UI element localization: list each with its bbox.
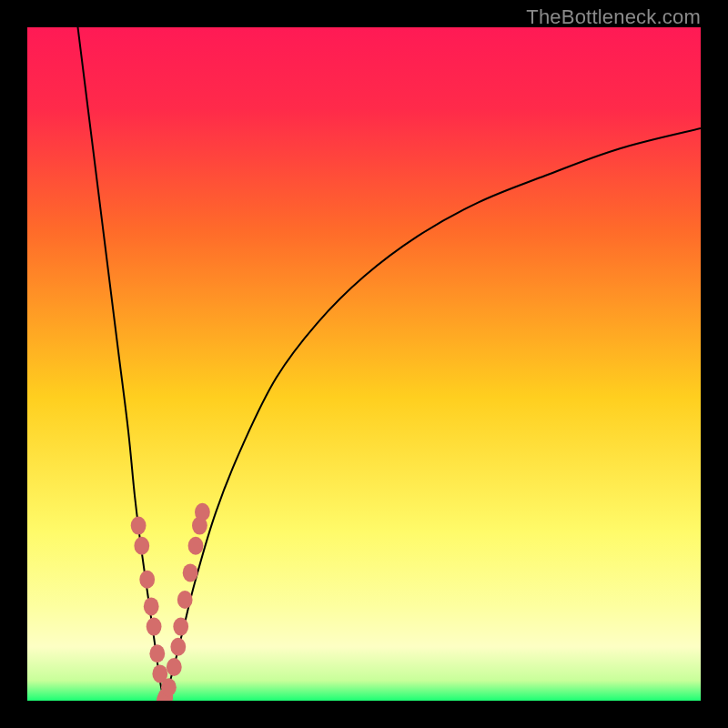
- data-bead: [183, 563, 198, 581]
- data-bead: [131, 517, 147, 535]
- curve-right-branch: [164, 128, 701, 701]
- data-bead: [195, 503, 210, 521]
- chart-frame: TheBottleneck.com: [0, 0, 728, 728]
- curve-layer: [27, 27, 701, 701]
- data-bead: [149, 644, 165, 662]
- data-bead: [139, 571, 155, 589]
- data-bead: [170, 638, 186, 656]
- data-bead: [173, 618, 188, 636]
- data-bead: [144, 597, 159, 615]
- data-bead: [167, 658, 182, 676]
- data-bead: [147, 618, 162, 636]
- data-bead: [188, 537, 204, 555]
- watermark-text: TheBottleneck.com: [526, 5, 701, 29]
- data-bead: [134, 537, 149, 555]
- data-bead: [161, 678, 177, 696]
- plot-area: [27, 27, 701, 701]
- data-bead: [177, 591, 193, 609]
